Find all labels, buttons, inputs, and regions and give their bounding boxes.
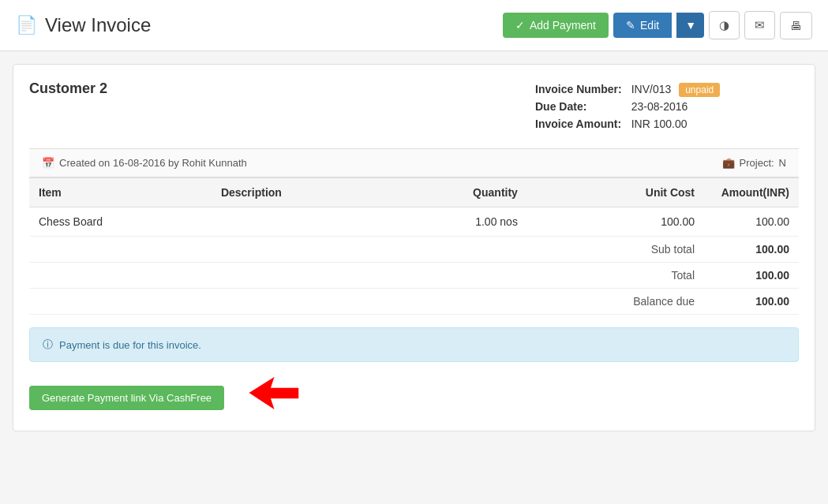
toggle-button[interactable]: ◑	[709, 11, 740, 39]
subtotal-label: Sub total	[527, 237, 704, 263]
meta-project: 💼 Project: N	[722, 157, 786, 169]
row-item: Chess Board	[29, 207, 212, 237]
created-text: Created on 16-08-2016 by Rohit Kunnath	[59, 157, 247, 169]
calendar-icon: 📅	[42, 157, 54, 169]
invoice-details: Invoice Number: INV/013 unpaid Due Date:…	[530, 80, 799, 133]
cashfree-wrapper: Generate Payment link Via CashFree	[29, 371, 799, 415]
row-unit-cost: 100.00	[527, 207, 704, 237]
subtotal-value: 100.00	[704, 237, 799, 263]
invoice-icon: 📄	[16, 15, 37, 35]
page-title: 📄 View Invoice	[16, 14, 151, 36]
info-icon: ⓘ	[43, 338, 53, 352]
page-header: 📄 View Invoice ✓ Add Payment ✎ Edit ▼ ◑ …	[0, 0, 828, 51]
cashfree-button[interactable]: Generate Payment link Via CashFree	[29, 386, 224, 410]
col-unit-cost: Unit Cost	[527, 178, 704, 207]
invoice-amount-label: Invoice Amount:	[530, 115, 627, 133]
col-amount: Amount(INR)	[704, 178, 799, 207]
meta-created: 📅 Created on 16-08-2016 by Rohit Kunnath	[42, 157, 247, 169]
project-icon: 💼	[722, 157, 735, 169]
balance-label: Balance due	[527, 289, 704, 315]
email-icon: ✉	[755, 18, 765, 32]
col-description: Description	[212, 178, 387, 207]
balance-value: 100.00	[704, 289, 799, 315]
edit-icon: ✎	[626, 19, 635, 32]
edit-dropdown-button[interactable]: ▼	[676, 13, 704, 38]
invoice-table: Item Description Quantity Unit Cost Amou…	[29, 177, 799, 315]
invoice-number-value: INV/013 unpaid	[627, 80, 725, 98]
print-icon: 🖶	[790, 19, 802, 32]
customer-section: Customer 2	[29, 80, 107, 133]
invoice-meta: 📅 Created on 16-08-2016 by Rohit Kunnath…	[29, 148, 799, 177]
row-amount: 100.00	[704, 207, 799, 237]
add-payment-icon: ✓	[515, 19, 525, 32]
due-date-label: Due Date:	[530, 98, 627, 115]
subtotal-row: Sub total 100.00	[29, 237, 799, 263]
total-label: Total	[527, 263, 704, 289]
invoice-number-label: Invoice Number:	[530, 80, 627, 98]
arrow-annotation	[232, 371, 303, 415]
invoice-amount-value: INR 100.00	[627, 115, 725, 133]
customer-name: Customer 2	[29, 80, 107, 97]
invoice-top: Customer 2 Invoice Number: INV/013 unpai…	[29, 80, 799, 133]
total-value: 100.00	[704, 263, 799, 289]
col-quantity: Quantity	[387, 178, 527, 207]
payment-alert: ⓘ Payment is due for this invoice.	[29, 327, 799, 362]
balance-row: Balance due 100.00	[29, 289, 799, 315]
email-button[interactable]: ✉	[744, 11, 775, 39]
col-item: Item	[29, 178, 212, 207]
project-label: Project:	[740, 157, 774, 169]
alert-message: Payment is due for this invoice.	[59, 339, 201, 351]
main-content: Customer 2 Invoice Number: INV/013 unpai…	[13, 64, 815, 431]
table-row: Chess Board 1.00 nos 100.00 100.00	[29, 207, 799, 237]
project-value: N	[779, 157, 786, 169]
title-text: View Invoice	[45, 14, 151, 36]
print-button[interactable]: 🖶	[780, 12, 812, 39]
total-row: Total 100.00	[29, 263, 799, 289]
edit-button[interactable]: ✎ Edit	[613, 13, 672, 38]
row-description	[212, 207, 387, 237]
row-quantity: 1.00 nos	[387, 207, 527, 237]
svg-marker-0	[248, 375, 299, 411]
due-date-value: 23-08-2016	[627, 98, 725, 115]
add-payment-button[interactable]: ✓ Add Payment	[503, 13, 609, 38]
status-badge: unpaid	[679, 83, 720, 97]
chevron-down-icon: ▼	[685, 19, 696, 32]
header-actions: ✓ Add Payment ✎ Edit ▼ ◑ ✉ 🖶	[503, 11, 812, 39]
